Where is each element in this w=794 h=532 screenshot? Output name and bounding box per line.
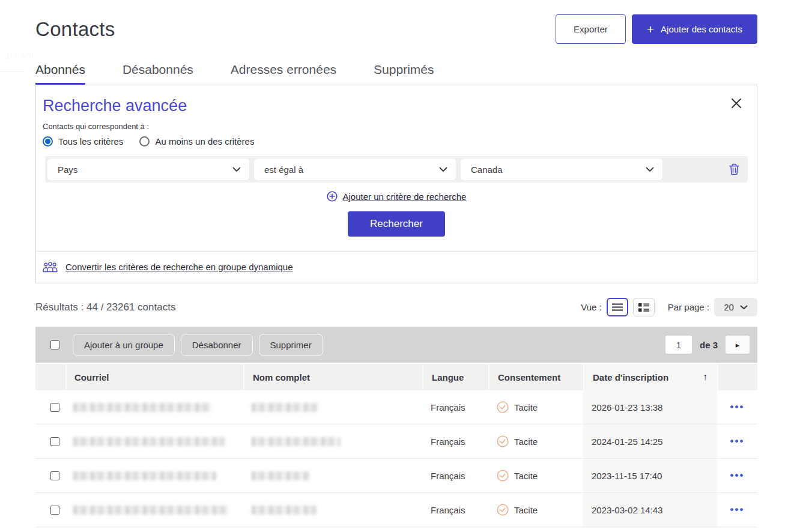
header-checkbox-cell: [35, 364, 65, 390]
tab-desabonnes[interactable]: Désabonnés: [123, 62, 193, 85]
contacts-tabs: Abonnés Désabonnés Adresses erronées Sup…: [35, 62, 757, 85]
row-menu-icon[interactable]: •••: [730, 473, 745, 479]
radio-any-criteria[interactable]: Au moins un des critères: [139, 136, 254, 147]
view-label: Vue :: [581, 302, 601, 312]
signup-date-label: Date d'inscription: [593, 372, 668, 382]
signup-date-cell: 2024-01-25 14:25: [583, 425, 717, 458]
consent-check-icon: [497, 401, 509, 413]
trash-icon: [729, 163, 739, 175]
row-checkbox[interactable]: [50, 437, 59, 446]
radio-selected-icon: [43, 136, 53, 147]
consent-check-icon: [497, 435, 509, 447]
row-menu-icon[interactable]: •••: [730, 507, 745, 513]
match-mode-label: Contacts qui correspondent à :: [43, 122, 757, 131]
next-page-button[interactable]: ▸: [726, 336, 750, 354]
consent-cell: Tacite: [514, 402, 538, 413]
results-bar: Résultats : 44 / 23261 contacts Vue : Pa…: [35, 298, 757, 316]
header-actions: Exporter + Ajouter des contacts: [556, 14, 757, 44]
chevron-down-icon: [232, 167, 241, 172]
add-to-group-button[interactable]: Ajouter à un groupe: [73, 334, 175, 356]
sort-asc-icon[interactable]: ↑: [703, 372, 708, 382]
delete-criterion-button[interactable]: [729, 163, 739, 176]
export-button[interactable]: Exporter: [556, 14, 626, 44]
column-header-language[interactable]: Langue: [422, 364, 488, 390]
tab-supprimes[interactable]: Supprimés: [374, 62, 434, 85]
tab-abonnes[interactable]: Abonnés: [35, 62, 85, 85]
panel-footer: Convertir les critères de recherche en g…: [36, 251, 757, 283]
signup-date-cell: 2023-03-02 14:43: [583, 493, 717, 527]
advanced-search-panel: Recherche avancée Contacts qui correspon…: [35, 85, 757, 283]
per-page-label: Par page :: [668, 302, 709, 312]
consent-cell: Tacite: [514, 437, 538, 447]
group-icon: [43, 261, 58, 273]
consent-cell: Tacite: [514, 505, 538, 515]
criterion-operator-value: est égal à: [264, 165, 303, 175]
page-total-label: de 3: [700, 340, 718, 350]
redacted-name: [252, 437, 341, 446]
row-checkbox[interactable]: [50, 403, 59, 412]
criterion-field-value: Pays: [58, 165, 77, 175]
row-menu-icon[interactable]: •••: [730, 438, 745, 444]
add-contacts-button[interactable]: + Ajouter des contacts: [632, 14, 757, 44]
delete-button[interactable]: Supprimer: [259, 334, 323, 356]
redacted-name: [252, 471, 310, 480]
convert-to-dynamic-group-link[interactable]: Convertir les critères de recherche en g…: [65, 262, 293, 272]
plus-icon: +: [647, 25, 654, 34]
row-checkbox[interactable]: [50, 506, 59, 515]
signup-date-cell: 2023-11-15 17:40: [583, 459, 717, 492]
advanced-search-title: Recherche avancée: [43, 97, 757, 115]
redacted-email: [73, 471, 216, 480]
add-criterion-link[interactable]: Ajouter un critère de recherche: [343, 192, 467, 202]
criterion-field-select[interactable]: Pays: [47, 159, 249, 180]
per-page-select[interactable]: 20: [714, 298, 757, 316]
table-row: Français Tacite 2023-11-15 17:40 •••: [35, 459, 757, 493]
radio-unselected-icon: [139, 136, 150, 147]
language-cell: Français: [422, 493, 488, 527]
table-header: Courriel Nom complet Langue Consentement…: [35, 364, 757, 390]
table-row: Français Tacite 2026-01-23 13:38 •••: [35, 390, 757, 425]
unsubscribe-button[interactable]: Désabonner: [181, 334, 253, 356]
criterion-operator-select[interactable]: est égal à: [254, 159, 456, 180]
language-cell: Français: [422, 390, 488, 424]
radio-all-label: Tous les critères: [58, 136, 123, 147]
pagination: de 3 ▸: [665, 336, 750, 354]
select-all-checkbox[interactable]: [50, 340, 59, 349]
table-row: Français Tacite 2024-01-25 14:25 •••: [35, 425, 757, 459]
row-menu-icon[interactable]: •••: [730, 404, 745, 410]
plus-circle-icon: [327, 191, 338, 202]
tab-adresses-erronees[interactable]: Adresses erronées: [231, 62, 336, 85]
add-criterion-row: Ajouter un critère de recherche: [36, 191, 757, 202]
radio-all-criteria[interactable]: Tous les critères: [43, 136, 123, 147]
column-header-signup-date[interactable]: Date d'inscription ↑: [583, 364, 717, 390]
column-header-name[interactable]: Nom complet: [243, 364, 422, 390]
language-cell: Français: [422, 425, 488, 458]
language-cell: Français: [422, 459, 488, 492]
search-button[interactable]: Rechercher: [348, 211, 445, 237]
redacted-name: [252, 403, 319, 412]
page-header: Contacts Exporter + Ajouter des contacts: [35, 14, 757, 44]
radio-any-label: Au moins un des critères: [155, 136, 254, 147]
per-page-value: 20: [724, 302, 734, 312]
redacted-email: [73, 506, 228, 515]
column-header-consent[interactable]: Consentement: [488, 364, 583, 390]
criterion-value-select[interactable]: Canada: [461, 159, 662, 180]
add-contacts-label: Ajouter des contacts: [661, 24, 742, 34]
column-header-email[interactable]: Courriel: [65, 364, 243, 390]
row-checkbox[interactable]: [50, 471, 59, 480]
list-view-icon: [612, 303, 623, 311]
close-icon[interactable]: [731, 97, 744, 110]
chevron-down-icon: [740, 305, 748, 310]
redacted-email: [73, 403, 211, 412]
results-summary: Résultats : 44 / 23261 contacts: [35, 301, 175, 313]
page-number-input[interactable]: [665, 336, 692, 354]
match-mode-options: Tous les critères Au moins un des critèr…: [43, 136, 757, 147]
view-controls: Vue : Par page : 20: [581, 298, 757, 316]
column-header-actions: [717, 364, 757, 390]
criterion-value: Canada: [471, 165, 503, 175]
list-view-button[interactable]: [607, 298, 628, 316]
chevron-down-icon: [646, 167, 654, 172]
bulk-actions-toolbar: Ajouter à un groupe Désabonner Supprimer…: [35, 327, 757, 363]
card-view-icon: [638, 303, 649, 312]
card-view-button[interactable]: [633, 298, 655, 316]
redacted-name: [252, 506, 317, 515]
